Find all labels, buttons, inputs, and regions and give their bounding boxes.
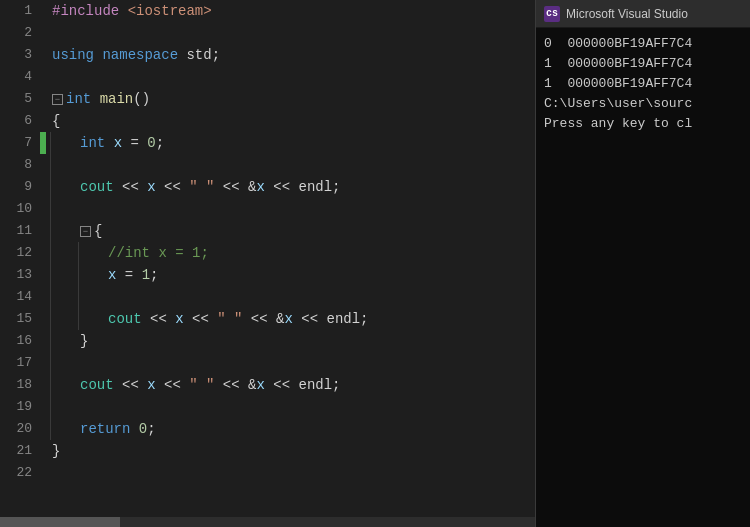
line-number: 4 bbox=[0, 66, 40, 88]
line-number: 2 bbox=[0, 22, 40, 44]
line-number: 20 bbox=[0, 418, 40, 440]
console-line: 0 000000BF19AFF7C4 bbox=[544, 34, 742, 54]
line-number: 18 bbox=[0, 374, 40, 396]
indent-guide bbox=[78, 286, 79, 308]
line-number: 7 bbox=[0, 132, 40, 154]
console-line: Press any key to cl bbox=[544, 114, 742, 134]
console-line: C:\Users\user\sourc bbox=[544, 94, 742, 114]
line-number: 8 bbox=[0, 154, 40, 176]
line-number: 22 bbox=[0, 462, 40, 484]
line-number: 16 bbox=[0, 330, 40, 352]
line-number: 6 bbox=[0, 110, 40, 132]
indent-guide bbox=[50, 132, 51, 154]
line-number: 5 bbox=[0, 88, 40, 110]
console-window: cs Microsoft Visual Studio 0 000000BF19A… bbox=[535, 0, 750, 527]
indent-guide bbox=[50, 308, 51, 330]
indent-guide bbox=[50, 154, 51, 176]
indent-guide bbox=[50, 264, 51, 286]
indent-guide bbox=[50, 242, 51, 264]
line-number: 11 bbox=[0, 220, 40, 242]
indent-guide bbox=[50, 418, 51, 440]
console-title: Microsoft Visual Studio bbox=[566, 7, 688, 21]
line-number: 15 bbox=[0, 308, 40, 330]
line-number: 9 bbox=[0, 176, 40, 198]
indent-guide bbox=[50, 220, 51, 242]
fold-icon[interactable]: − bbox=[80, 226, 91, 237]
indent-guide bbox=[78, 264, 79, 286]
scrollbar-thumb[interactable] bbox=[0, 517, 120, 527]
line-number: 10 bbox=[0, 198, 40, 220]
fold-icon[interactable]: − bbox=[52, 94, 63, 105]
console-body: 0 000000BF19AFF7C41 000000BF19AFF7C41 00… bbox=[536, 28, 750, 527]
indent-guide bbox=[50, 176, 51, 198]
line-number: 13 bbox=[0, 264, 40, 286]
console-line: 1 000000BF19AFF7C4 bbox=[544, 74, 742, 94]
indent-guide bbox=[50, 198, 51, 220]
indent-guide bbox=[50, 352, 51, 374]
indent-guide bbox=[78, 308, 79, 330]
line-number: 14 bbox=[0, 286, 40, 308]
indent-guide bbox=[50, 330, 51, 352]
line-number: 3 bbox=[0, 44, 40, 66]
indent-guide bbox=[78, 242, 79, 264]
line-number: 17 bbox=[0, 352, 40, 374]
line-number: 21 bbox=[0, 440, 40, 462]
console-titlebar: cs Microsoft Visual Studio bbox=[536, 0, 750, 28]
indent-guide bbox=[50, 286, 51, 308]
line-number: 12 bbox=[0, 242, 40, 264]
indent-guide bbox=[50, 396, 51, 418]
console-line: 1 000000BF19AFF7C4 bbox=[544, 54, 742, 74]
visual-studio-icon: cs bbox=[544, 6, 560, 22]
line-number: 19 bbox=[0, 396, 40, 418]
line-number: 1 bbox=[0, 0, 40, 22]
indent-guide bbox=[50, 374, 51, 396]
